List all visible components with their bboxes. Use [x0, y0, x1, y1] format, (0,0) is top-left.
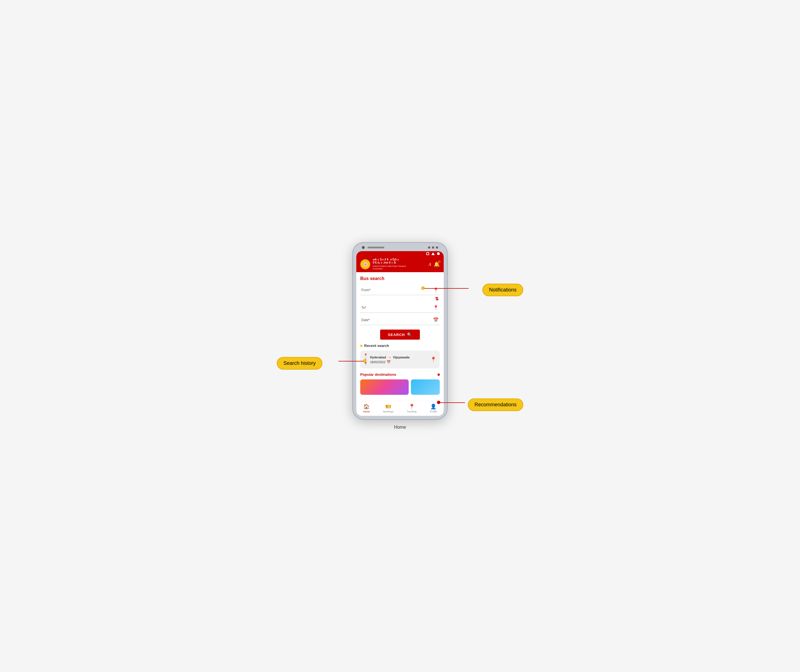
phone-screen: 🌸 ఆంధ్రప్రదేశ్ రాష్ట్ర రోడ్డు రవాణా నిగమ…	[356, 251, 444, 416]
search-btn-icon: 🔍	[407, 332, 412, 337]
recent-card-nav-icon: 📍	[430, 357, 436, 363]
translate-icon[interactable]: 𝐴	[428, 262, 431, 267]
bookings-label: Bookings	[383, 410, 394, 413]
recent-card-left: 📍 📍 Hyderabad → Vijayawada	[364, 354, 409, 366]
recent-dot	[360, 345, 362, 347]
search-form: From* 📍 ⇅ To* 📍	[360, 285, 440, 325]
to-location-icon: 📍	[433, 305, 439, 310]
route-arrow-icon: →	[388, 355, 391, 360]
recent-search-section: Recent search 📍 📍 Hyderabad	[360, 344, 440, 368]
bus-search-title: Bus search	[360, 276, 440, 281]
swap-row: ⇅	[360, 296, 440, 302]
date-label: Date*	[361, 318, 370, 322]
page-caption: Home	[394, 425, 406, 430]
route-start-icon: 📍	[364, 354, 368, 357]
destination-card-1[interactable]	[360, 379, 409, 395]
tracking-icon: 📍	[409, 403, 415, 410]
status-bar	[356, 251, 444, 256]
calendar-icon: 📅	[433, 317, 439, 323]
notifications-dot	[421, 286, 425, 290]
app-logo: 🌸	[360, 259, 370, 269]
status-circle-icon	[437, 252, 440, 255]
to-label: To*	[361, 306, 366, 310]
dot-3	[436, 246, 438, 249]
search-btn-label: SEARCH	[388, 333, 405, 337]
route-info: Hyderabad → Vijayawada 18/02/2022 📅	[370, 355, 409, 364]
phone-frame: 🌸 ఆంధ్రప్రదేశ్ రాష్ట్ర రోడ్డు రవాణా నిగమ…	[353, 242, 447, 420]
notifications-line	[424, 288, 469, 289]
app-header: 🌸 ఆంధ్రప్రదేశ్ రాష్ట్ర రోడ్డు రవాణా నిగమ…	[356, 256, 444, 272]
recommendations-dot	[437, 401, 440, 404]
search-history-annotation: Search history	[277, 357, 322, 370]
nav-bookings[interactable]: 🎫 Bookings	[383, 403, 394, 413]
recent-header: Recent search	[360, 344, 440, 348]
route-calendar-icon: 📅	[386, 360, 391, 364]
status-square-icon	[426, 252, 429, 255]
nav-profile[interactable]: 👤 Profile	[430, 403, 437, 413]
popular-header: Popular destinations	[360, 373, 440, 377]
logo-emoji: 🌸	[363, 262, 368, 267]
profile-icon: 👤	[430, 403, 436, 410]
from-label: From*	[361, 288, 370, 292]
recent-card[interactable]: 📍 📍 Hyderabad → Vijayawada	[360, 350, 440, 368]
notification-dot	[438, 261, 440, 262]
from-field[interactable]: From* 📍	[360, 285, 440, 295]
dot-2	[432, 246, 434, 249]
search-history-dot	[363, 359, 366, 363]
profile-label: Profile	[430, 410, 437, 413]
app-name-telugu: ఆంధ్రప్రదేశ్ రాష్ట్ర రోడ్డు రవాణా నిగమ్	[372, 258, 406, 265]
phone-top-bar	[356, 246, 444, 249]
popular-section: Popular destinations	[360, 373, 440, 395]
front-camera	[362, 246, 365, 249]
route-date-text: 18/02/2022	[370, 360, 385, 364]
notifications-annotation: Notifications	[483, 284, 523, 296]
destination-card-2[interactable]	[411, 379, 440, 395]
header-icons: 𝐴 🔔	[428, 261, 440, 267]
dot-1	[428, 246, 430, 249]
app-content: Bus search From* 📍 ⇅ To*	[356, 272, 444, 401]
front-dots	[428, 246, 438, 249]
to-city: Vijayawada	[393, 355, 409, 359]
recent-search-title: Recent search	[364, 344, 389, 348]
app-name-english: Andhra Pradesh State Road Transport Corp…	[372, 265, 406, 270]
from-city: Hyderabad	[370, 355, 386, 359]
date-field[interactable]: Date* 📅	[360, 315, 440, 325]
tracking-label: Tracking	[407, 410, 417, 413]
home-label: Home	[363, 410, 370, 413]
nav-tracking[interactable]: 📍 Tracking	[407, 403, 417, 413]
home-icon: 🏠	[363, 403, 369, 410]
search-button[interactable]: SEARCH 🔍	[380, 330, 420, 340]
popular-title: Popular destinations	[360, 373, 396, 377]
speaker	[367, 247, 384, 248]
app-logo-area: 🌸 ఆంధ్రప్రదేశ్ రాష్ట్ర రోడ్డు రవాణా నిగమ…	[360, 258, 406, 270]
bookings-icon: 🎫	[385, 403, 391, 410]
bottom-nav: 🏠 Home 🎫 Bookings 📍 Tracking 👤 Profile	[356, 401, 444, 416]
search-btn-row: SEARCH 🔍	[360, 330, 440, 340]
app-name-text: ఆంధ్రప్రదేశ్ రాష్ట్ర రోడ్డు రవాణా నిగమ్ …	[372, 258, 406, 270]
popular-dot	[438, 373, 440, 376]
search-history-line	[338, 361, 364, 362]
bell-icon-wrapper[interactable]: 🔔	[434, 261, 440, 267]
route-date: 18/02/2022 📅	[370, 360, 409, 364]
route-cities: Hyderabad → Vijayawada	[370, 355, 409, 360]
popular-images	[360, 379, 440, 395]
to-field[interactable]: To* 📍	[360, 303, 440, 313]
page-wrapper: Notifications Search history Recommendat…	[274, 242, 526, 430]
swap-icon[interactable]: ⇅	[435, 296, 439, 302]
nav-home[interactable]: 🏠 Home	[363, 403, 370, 413]
recommendations-annotation: Recommendations	[468, 398, 523, 411]
recommendations-line	[440, 402, 465, 403]
status-triangle-icon	[431, 252, 435, 255]
